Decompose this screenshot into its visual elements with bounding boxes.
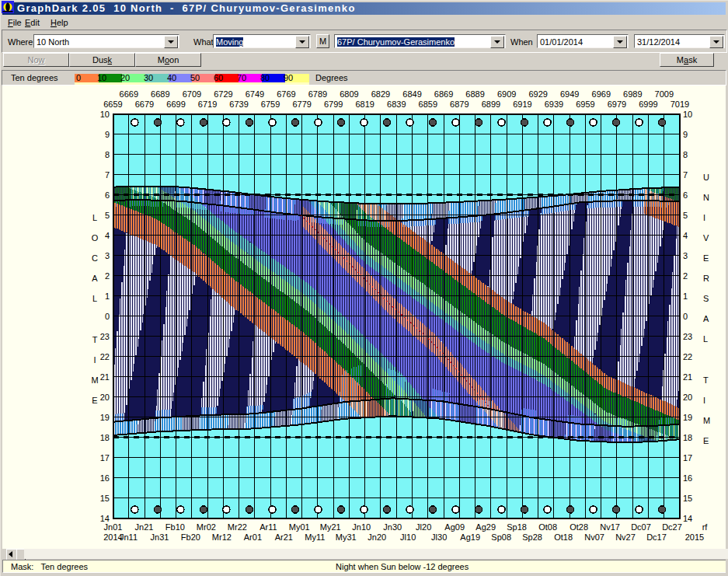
svg-text:A: A <box>703 314 709 323</box>
svg-text:Ot18: Ot18 <box>554 532 573 542</box>
svg-text:17: 17 <box>683 453 692 463</box>
svg-text:20: 20 <box>100 393 110 402</box>
svg-text:Ot08: Ot08 <box>538 522 557 532</box>
svg-text:10: 10 <box>100 110 110 119</box>
svg-text:2015: 2015 <box>685 532 704 542</box>
svg-text:E: E <box>703 253 709 263</box>
svg-text:L: L <box>703 334 708 344</box>
svg-text:6789: 6789 <box>308 89 327 99</box>
svg-text:6879: 6879 <box>450 99 468 109</box>
svg-text:Mr22: Mr22 <box>228 522 247 532</box>
svg-text:S: S <box>703 294 709 303</box>
svg-text:16: 16 <box>683 473 692 483</box>
svg-text:0: 0 <box>105 312 110 321</box>
svg-text:23: 23 <box>683 332 692 341</box>
svg-text:Dc07: Dc07 <box>631 522 651 532</box>
svg-text:6919: 6919 <box>513 99 531 109</box>
svg-text:6939: 6939 <box>545 99 563 109</box>
svg-text:9: 9 <box>683 130 688 139</box>
svg-text:A: A <box>92 274 98 283</box>
svg-text:V: V <box>703 233 709 243</box>
svg-text:6869: 6869 <box>434 89 453 99</box>
svg-text:Nv07: Nv07 <box>584 532 604 542</box>
svg-text:R: R <box>703 274 709 283</box>
svg-text:20: 20 <box>683 393 692 402</box>
svg-text:Ar11: Ar11 <box>260 522 277 532</box>
svg-text:18: 18 <box>100 433 110 442</box>
svg-text:6969: 6969 <box>592 89 611 99</box>
svg-text:Jl30: Jl30 <box>431 532 447 542</box>
svg-text:6689: 6689 <box>151 89 169 99</box>
svg-text:15: 15 <box>100 494 110 503</box>
svg-text:6979: 6979 <box>608 99 626 109</box>
svg-text:15: 15 <box>683 494 692 503</box>
svg-text:E: E <box>703 436 709 445</box>
svg-text:I: I <box>703 396 705 405</box>
svg-text:5: 5 <box>683 211 688 220</box>
svg-text:16: 16 <box>100 473 110 483</box>
svg-text:I: I <box>93 355 96 365</box>
svg-text:6859: 6859 <box>419 99 437 109</box>
svg-text:4: 4 <box>683 231 688 240</box>
svg-text:6749: 6749 <box>246 89 264 99</box>
svg-text:Dc27: Dc27 <box>662 522 682 532</box>
svg-text:6989: 6989 <box>623 89 642 99</box>
svg-text:6729: 6729 <box>214 89 232 99</box>
svg-text:6769: 6769 <box>277 89 295 99</box>
svg-text:6839: 6839 <box>387 99 406 109</box>
svg-text:6999: 6999 <box>639 99 657 109</box>
svg-text:T: T <box>92 335 98 344</box>
svg-text:6819: 6819 <box>355 99 374 109</box>
svg-text:7009: 7009 <box>655 89 674 99</box>
svg-text:Mr02: Mr02 <box>197 522 216 532</box>
svg-text:Sp08: Sp08 <box>491 532 511 542</box>
svg-text:6699: 6699 <box>166 99 185 109</box>
svg-text:L: L <box>92 294 97 303</box>
svg-text:Mr12: Mr12 <box>212 532 232 542</box>
svg-text:6: 6 <box>683 190 688 200</box>
svg-text:My11: My11 <box>305 532 325 542</box>
svg-text:Ag29: Ag29 <box>475 522 496 532</box>
svg-text:19: 19 <box>683 413 692 422</box>
svg-text:6889: 6889 <box>465 89 484 99</box>
svg-text:My01: My01 <box>289 522 310 532</box>
svg-text:6849: 6849 <box>402 89 421 99</box>
svg-text:My21: My21 <box>320 522 341 532</box>
svg-text:1: 1 <box>105 291 110 301</box>
svg-text:21: 21 <box>100 372 110 382</box>
svg-text:Sp28: Sp28 <box>522 532 542 542</box>
svg-text:2: 2 <box>683 271 688 281</box>
svg-text:7019: 7019 <box>671 99 689 109</box>
svg-text:6669: 6669 <box>120 89 138 99</box>
svg-text:6809: 6809 <box>340 89 358 99</box>
svg-text:Jl20: Jl20 <box>416 522 431 532</box>
svg-text:6779: 6779 <box>292 99 311 109</box>
svg-text:23: 23 <box>100 332 110 341</box>
svg-text:14: 14 <box>100 514 110 523</box>
svg-text:T: T <box>703 375 709 385</box>
svg-text:9: 9 <box>105 130 110 139</box>
svg-text:3: 3 <box>105 251 110 260</box>
svg-text:Jn30: Jn30 <box>383 522 402 532</box>
svg-text:6719: 6719 <box>198 99 217 109</box>
svg-text:Ag19: Ag19 <box>460 532 480 542</box>
svg-text:Jl10: Jl10 <box>400 532 416 542</box>
svg-text:Fb20: Fb20 <box>181 532 200 542</box>
svg-text:6679: 6679 <box>135 99 154 109</box>
svg-text:1: 1 <box>683 291 688 301</box>
svg-text:Jn10: Jn10 <box>352 522 371 532</box>
svg-text:6929: 6929 <box>528 89 547 99</box>
svg-text:17: 17 <box>100 453 110 463</box>
svg-text:4: 4 <box>105 231 110 240</box>
svg-text:6709: 6709 <box>183 89 201 99</box>
svg-text:22: 22 <box>683 352 692 361</box>
svg-text:21: 21 <box>683 372 692 382</box>
svg-text:Fb10: Fb10 <box>165 522 185 532</box>
svg-text:6949: 6949 <box>560 89 579 99</box>
svg-text:Ar21: Ar21 <box>275 532 293 542</box>
svg-text:22: 22 <box>100 352 110 361</box>
svg-text:Jn20: Jn20 <box>367 532 386 542</box>
svg-text:Jn21: Jn21 <box>135 522 154 532</box>
svg-text:18: 18 <box>683 433 692 442</box>
svg-text:7: 7 <box>105 170 110 180</box>
